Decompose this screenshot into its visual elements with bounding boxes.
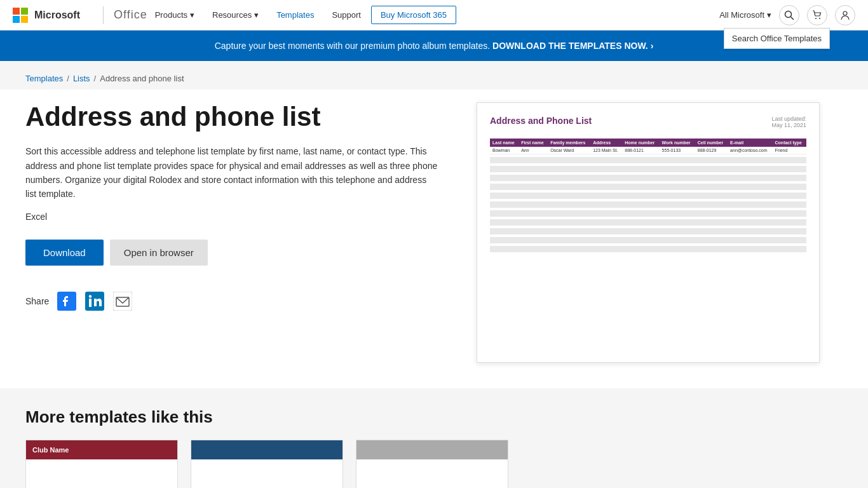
- col-email: E-mail: [728, 139, 772, 147]
- microsoft-logo-icon: [13, 8, 28, 23]
- breadcrumb-templates-link[interactable]: Templates: [25, 74, 63, 83]
- nav-support[interactable]: Support: [324, 0, 369, 30]
- more-cards: Club Name: [25, 440, 843, 488]
- ms-logo-area[interactable]: Microsoft: [13, 8, 80, 23]
- svg-rect-2: [13, 16, 20, 23]
- svg-rect-0: [13, 8, 20, 15]
- action-buttons: Download Open in browser: [25, 240, 438, 266]
- more-card-3-header: [356, 440, 508, 459]
- email-share-button[interactable]: [112, 291, 133, 311]
- table-row: [490, 210, 806, 217]
- table-row: [490, 184, 806, 190]
- svg-point-8: [843, 11, 847, 15]
- table-row: [490, 219, 806, 226]
- share-label: Share: [25, 296, 49, 306]
- content-left: Address and phone list Sort this accessi…: [25, 102, 438, 363]
- svg-rect-1: [21, 8, 28, 15]
- chevron-down-icon: ▾: [767, 10, 771, 20]
- svg-rect-3: [21, 16, 28, 23]
- table-row: [490, 246, 806, 252]
- svg-point-6: [815, 18, 817, 19]
- account-button[interactable]: [835, 5, 855, 25]
- nav-items: Products ▾ Resources ▾ Templates Support…: [147, 0, 720, 30]
- cart-button[interactable]: [807, 5, 827, 25]
- table-row: [490, 166, 806, 172]
- linkedin-share-button[interactable]: [85, 291, 105, 311]
- chevron-down-icon: ▾: [190, 10, 194, 20]
- preview-template-title: Address and Phone List: [490, 116, 592, 128]
- promo-cta-link[interactable]: DOWNLOAD THE TEMPLATES NOW. ›: [492, 41, 653, 51]
- table-row: [490, 175, 806, 181]
- breadcrumb-current: Address and phone list: [100, 74, 184, 83]
- more-card-1[interactable]: Club Name: [25, 440, 178, 488]
- open-in-browser-button[interactable]: Open in browser: [110, 240, 208, 266]
- template-preview: Address and Phone List Last updated: May…: [477, 102, 820, 363]
- template-description: Sort this accessible address and telepho…: [25, 144, 438, 201]
- main-content: Address and phone list Sort this accessi…: [0, 90, 868, 388]
- preview-header: Address and Phone List Last updated: May…: [490, 116, 806, 128]
- linkedin-icon: [85, 292, 104, 311]
- template-type: Excel: [25, 212, 438, 222]
- more-card-2[interactable]: [191, 440, 343, 488]
- more-card-1-label: Club Name: [32, 446, 69, 454]
- nav-right: All Microsoft ▾: [719, 5, 855, 25]
- all-microsoft-dropdown[interactable]: All Microsoft ▾: [719, 10, 771, 20]
- breadcrumb-sep2: /: [94, 74, 97, 83]
- svg-point-7: [819, 18, 820, 19]
- search-button[interactable]: [779, 5, 799, 25]
- col-cell: Cell number: [695, 139, 728, 147]
- preview-table: Last name First name Family members Addr…: [490, 139, 806, 252]
- col-contact: Contact type: [773, 139, 806, 147]
- search-dropdown: Search Office Templates: [724, 28, 830, 49]
- col-family: Family members: [548, 139, 590, 147]
- preview-date-area: Last updated: May 11, 2021: [771, 116, 806, 128]
- chevron-down-icon: ▾: [254, 10, 259, 20]
- svg-point-12: [89, 295, 92, 297]
- col-last-name: Last name: [490, 139, 519, 147]
- nav-bar: Microsoft Office Products ▾ Resources ▾ …: [0, 0, 868, 30]
- nav-resources[interactable]: Resources ▾: [205, 0, 266, 30]
- nav-products[interactable]: Products ▾: [147, 0, 202, 30]
- col-address: Address: [590, 139, 622, 147]
- more-templates-title: More templates like this: [25, 407, 843, 427]
- breadcrumb-lists-link[interactable]: Lists: [73, 74, 90, 83]
- facebook-share-button[interactable]: [57, 291, 77, 311]
- facebook-icon: [57, 292, 76, 311]
- content-right: Address and Phone List Last updated: May…: [477, 102, 820, 363]
- more-card-3[interactable]: [356, 440, 508, 488]
- breadcrumb: Templates / Lists / Address and phone li…: [0, 61, 868, 90]
- table-row: [490, 201, 806, 208]
- more-card-1-header: Club Name: [26, 440, 177, 459]
- nav-divider: [103, 6, 104, 24]
- nav-templates[interactable]: Templates: [269, 0, 322, 30]
- more-card-2-header: [191, 440, 342, 459]
- col-work: Work number: [660, 139, 695, 147]
- svg-point-4: [785, 11, 792, 17]
- table-row: Bowman Ann Oscar Ward 123 Main St. 888-0…: [490, 147, 806, 154]
- table-row: [490, 228, 806, 234]
- account-icon: [840, 10, 850, 20]
- template-title: Address and phone list: [25, 102, 438, 132]
- share-section: Share: [25, 291, 438, 311]
- search-icon: [784, 10, 794, 20]
- buy-ms365-button[interactable]: Buy Microsoft 365: [371, 6, 456, 24]
- svg-rect-11: [89, 299, 92, 307]
- office-brand[interactable]: Office: [114, 8, 147, 22]
- col-home: Home number: [622, 139, 659, 147]
- breadcrumb-sep1: /: [67, 74, 69, 83]
- more-templates-section: More templates like this Club Name: [0, 388, 868, 488]
- table-row: [490, 157, 806, 163]
- table-row: [490, 193, 806, 199]
- microsoft-text: Microsoft: [34, 10, 80, 21]
- table-header-row: Last name First name Family members Addr…: [490, 139, 806, 147]
- col-first-name: First name: [519, 139, 548, 147]
- email-icon: [113, 292, 132, 311]
- table-row: [490, 237, 806, 243]
- cart-icon: [812, 10, 822, 20]
- download-button[interactable]: Download: [25, 240, 104, 266]
- svg-line-5: [791, 17, 794, 20]
